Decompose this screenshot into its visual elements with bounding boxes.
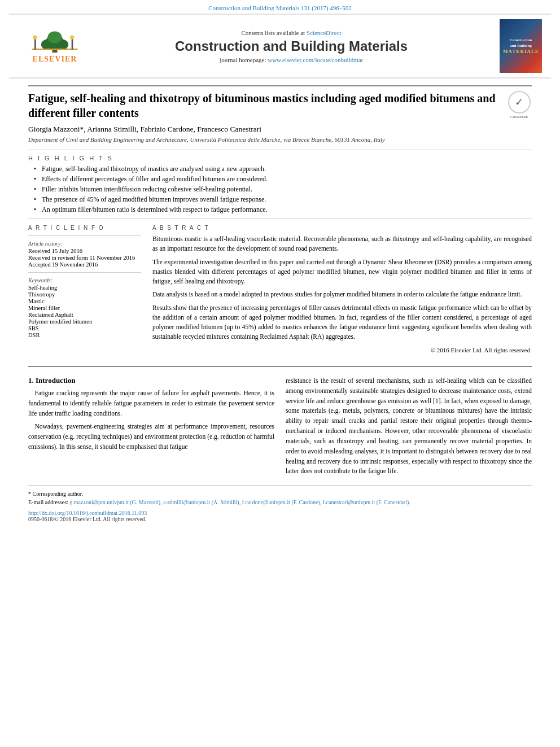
highlights-label: H I G H L I G H T S bbox=[28, 155, 532, 161]
keyword-item: Reclaimed Asphalt bbox=[28, 312, 141, 318]
svg-rect-7 bbox=[72, 38, 73, 50]
intro-para-2: Nowadays, pavement-engineering strategie… bbox=[28, 422, 274, 452]
corresponding-note: * Corresponding author. bbox=[28, 490, 532, 498]
intro-col-left: 1. Introduction Fatigue cracking represe… bbox=[28, 376, 274, 480]
abstract-col: A B S T R A C T Bituminous mastic is a s… bbox=[152, 225, 532, 358]
article-title-row: Fatigue, self-healing and thixotropy of … bbox=[28, 91, 532, 120]
journal-header: ELSEVIER Contents lists available at Sci… bbox=[9, 14, 551, 78]
footnote-section: * Corresponding author. E-mail addresses… bbox=[28, 486, 532, 506]
intro-text-right: resistance is the result of several mech… bbox=[286, 376, 532, 477]
authors-text: Giorgia Mazzoni*, Arianna Stimilli, Fabr… bbox=[28, 125, 261, 133]
svg-point-8 bbox=[33, 36, 37, 40]
divider-2 bbox=[28, 219, 532, 219]
keyword-item: DSR bbox=[28, 332, 141, 338]
svg-point-9 bbox=[70, 36, 74, 40]
highlight-item: Filler inhibits bitumen interdiffusion r… bbox=[34, 185, 532, 194]
article-content: Fatigue, self-healing and thixotropy of … bbox=[0, 85, 560, 522]
received-date: Received 15 July 2016 bbox=[28, 248, 141, 254]
abstract-para-4: Results show that the presence of increa… bbox=[152, 303, 532, 342]
keyword-item: Mastic bbox=[28, 298, 141, 304]
crossmark-icon: ✓ bbox=[508, 91, 531, 113]
article-info-label: A R T I C L E I N F O bbox=[28, 225, 141, 231]
crossmark-label: CrossMark bbox=[510, 115, 528, 119]
journal-homepage: journal homepage: www.elsevier.com/locat… bbox=[91, 56, 491, 63]
keyword-item: Polymer modified bitumen bbox=[28, 318, 141, 325]
revised-date: Received in revised form 11 November 201… bbox=[28, 255, 141, 261]
accepted-date: Accepted 19 November 2016 bbox=[28, 261, 141, 268]
article-title: Fatigue, self-healing and thixotropy of … bbox=[28, 91, 501, 120]
abstract-label: A B S T R A C T bbox=[152, 225, 532, 231]
citation-bar: Construction and Building Materials 131 … bbox=[0, 0, 560, 14]
doi-link[interactable]: http://dx.doi.org/10.1016/j.conbuildmat.… bbox=[28, 510, 147, 516]
article-info-col: A R T I C L E I N F O Article history: R… bbox=[28, 225, 141, 358]
intro-heading: 1. Introduction bbox=[28, 376, 274, 385]
info-divider bbox=[28, 235, 141, 236]
email-addresses: g.mazzoni@pm.univpm.it (G. Mazzoni), a.s… bbox=[69, 499, 410, 505]
sciencedirect-text: Contents lists available at ScienceDirec… bbox=[91, 29, 491, 36]
keywords-divider bbox=[28, 272, 141, 273]
header-divider bbox=[28, 85, 532, 86]
svg-rect-6 bbox=[34, 38, 36, 50]
issn-text: 0950-0618/© 2016 Elsevier Ltd. All right… bbox=[28, 516, 146, 522]
keyword-item: Self-healing bbox=[28, 285, 141, 291]
journal-cover-image: Construction and Building MATERIALS bbox=[500, 19, 542, 73]
highlights-list: Fatigue, self-healing and thixotropy of … bbox=[28, 165, 532, 214]
footer-bar: http://dx.doi.org/10.1016/j.conbuildmat.… bbox=[28, 510, 532, 522]
copyright-text: © 2016 Elsevier Ltd. All rights reserved… bbox=[152, 346, 532, 355]
intro-para-1: Fatigue cracking represents the major ca… bbox=[28, 388, 274, 418]
elsevier-tree-icon bbox=[29, 28, 80, 54]
introduction-section: 1. Introduction Fatigue cracking represe… bbox=[28, 376, 532, 480]
keyword-item: SBS bbox=[28, 325, 141, 331]
svg-rect-5 bbox=[32, 49, 78, 50]
cover-mat-label: MATERIALS bbox=[503, 49, 539, 54]
history-label: Article history: bbox=[28, 241, 141, 247]
highlight-item: Fatigue, self-healing and thixotropy of … bbox=[34, 165, 532, 173]
journal-header-center: Contents lists available at ScienceDirec… bbox=[91, 29, 491, 63]
intro-text-left: Fatigue cracking represents the major ca… bbox=[28, 388, 274, 452]
svg-point-4 bbox=[47, 31, 62, 43]
abstract-para-1: Bituminous mastic is a self-healing visc… bbox=[152, 234, 532, 254]
keywords-list: Self-healing Thixotropy Mastic Mineral f… bbox=[28, 285, 141, 338]
journal-cover-area: Construction and Building MATERIALS bbox=[491, 19, 542, 73]
affiliation-text: Department of Civil and Building Enginee… bbox=[28, 136, 532, 143]
email-label: E-mail addresses: bbox=[28, 499, 68, 505]
elsevier-name: ELSEVIER bbox=[33, 55, 77, 64]
divider-1 bbox=[28, 150, 532, 150]
citation-text: Construction and Building Materials 131 … bbox=[208, 5, 352, 11]
page: Construction and Building Materials 131 … bbox=[0, 0, 560, 747]
sciencedirect-link[interactable]: ScienceDirect bbox=[307, 29, 342, 36]
abstract-text: Bituminous mastic is a self-healing visc… bbox=[152, 234, 532, 355]
abstract-para-3: Data analysis is based on a model adopte… bbox=[152, 290, 532, 299]
journal-title: Construction and Building Materials bbox=[91, 38, 491, 54]
section-divider bbox=[28, 366, 532, 367]
intro-para-right: resistance is the result of several mech… bbox=[286, 376, 532, 477]
info-abstract-section: A R T I C L E I N F O Article history: R… bbox=[28, 225, 532, 358]
intro-col-right: resistance is the result of several mech… bbox=[286, 376, 532, 480]
highlight-item: An optimum filler/bitumen ratio is deter… bbox=[34, 206, 532, 214]
abstract-para-2: The experimental investigation described… bbox=[152, 257, 532, 287]
keyword-item: Mineral filler bbox=[28, 305, 141, 311]
highlight-item: The presence of 45% of aged modified bit… bbox=[34, 195, 532, 204]
cover-title: Construction and Building bbox=[510, 38, 532, 48]
authors-line: Giorgia Mazzoni*, Arianna Stimilli, Fabr… bbox=[28, 125, 532, 134]
highlight-item: Effects of different percentages of fill… bbox=[34, 175, 532, 184]
crossmark-badge[interactable]: ✓ CrossMark bbox=[506, 91, 532, 119]
email-note: E-mail addresses: g.mazzoni@pm.univpm.it… bbox=[28, 498, 532, 506]
keywords-label: Keywords: bbox=[28, 277, 141, 283]
elsevier-logo: ELSEVIER bbox=[18, 28, 91, 64]
keyword-item: Thixotropy bbox=[28, 291, 141, 298]
